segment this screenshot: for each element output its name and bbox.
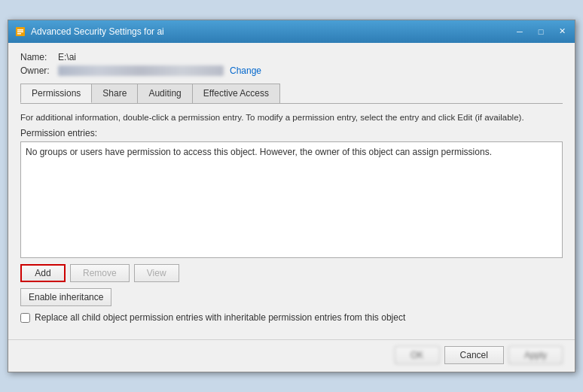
bottom-buttons: OK Cancel Apply — [8, 339, 575, 372]
tab-effective-access[interactable]: Effective Access — [192, 84, 280, 103]
minimize-button[interactable]: ─ — [510, 24, 530, 39]
owner-row: Owner: Change — [20, 65, 563, 76]
perm-entries-text: No groups or users have permission to ac… — [26, 147, 492, 157]
name-label: Name: — [20, 52, 58, 62]
tab-auditing[interactable]: Auditing — [137, 84, 192, 103]
enable-inheritance-button[interactable]: Enable inheritance — [20, 288, 111, 306]
titlebar-buttons: ─ □ ✕ — [510, 24, 572, 39]
perm-entries-label: Permission entries: — [20, 128, 563, 138]
close-button[interactable]: ✕ — [552, 24, 572, 39]
cancel-button[interactable]: Cancel — [444, 346, 504, 364]
main-window: Advanced Security Settings for ai ─ □ ✕ … — [8, 20, 575, 372]
checkbox-row: Replace all child object permission entr… — [20, 312, 563, 323]
owner-value: Change — [58, 65, 261, 76]
titlebar-left: Advanced Security Settings for ai — [14, 26, 164, 38]
ok-button[interactable]: OK — [395, 346, 440, 364]
info-text: For additional information, double-click… — [20, 111, 563, 123]
replace-permissions-checkbox[interactable] — [20, 313, 30, 323]
dialog-content: Name: E:\ai Owner: Change Permissions Sh… — [8, 43, 575, 339]
tabs-bar: Permissions Share Auditing Effective Acc… — [20, 84, 563, 104]
name-row: Name: E:\ai — [20, 52, 563, 62]
tab-share[interactable]: Share — [91, 84, 138, 103]
maximize-button[interactable]: □ — [531, 24, 551, 39]
permission-entries-box: No groups or users have permission to ac… — [20, 141, 563, 258]
action-buttons: Add Remove View — [20, 264, 563, 282]
titlebar: Advanced Security Settings for ai ─ □ ✕ — [8, 20, 575, 43]
tab-content: For additional information, double-click… — [20, 104, 563, 330]
tab-permissions[interactable]: Permissions — [20, 84, 92, 103]
remove-button[interactable]: Remove — [70, 264, 130, 282]
add-button[interactable]: Add — [20, 264, 66, 282]
window-icon — [14, 26, 26, 38]
name-value: E:\ai — [58, 52, 76, 62]
svg-rect-1 — [17, 29, 23, 31]
owner-label: Owner: — [20, 65, 58, 76]
change-link[interactable]: Change — [230, 65, 261, 76]
window-title: Advanced Security Settings for ai — [31, 26, 164, 37]
owner-blurred — [58, 65, 224, 76]
view-button[interactable]: View — [134, 264, 179, 282]
svg-rect-3 — [17, 33, 21, 35]
svg-rect-2 — [17, 31, 23, 32]
checkbox-label: Replace all child object permission entr… — [35, 312, 405, 323]
apply-button[interactable]: Apply — [508, 346, 563, 364]
